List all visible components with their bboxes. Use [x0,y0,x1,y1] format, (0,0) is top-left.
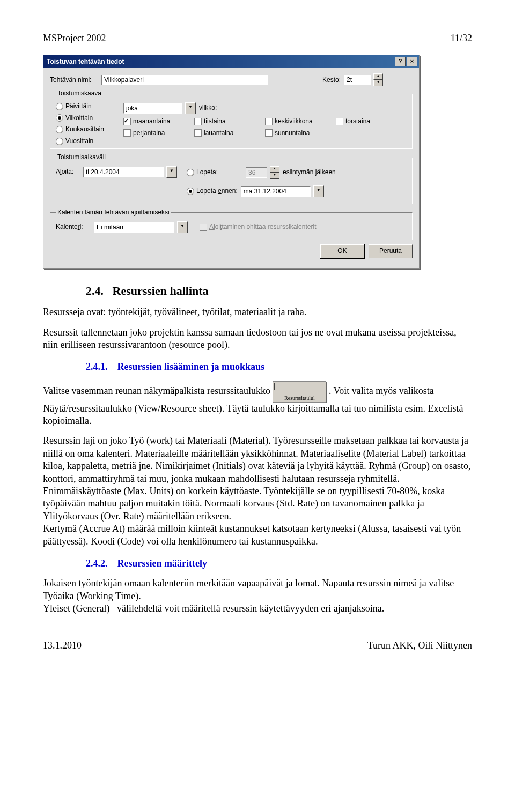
duration-input[interactable] [344,75,371,85]
help-icon[interactable]: ? [395,57,406,66]
header-left: MSProject 2002 [43,32,106,44]
calendar-label: Kalenteri: [56,223,91,232]
header-right: 11/32 [451,32,472,44]
recurrence-pattern-group: Toistumiskaava Päivittäin Viikoittain Ku… [50,90,413,149]
radio-end-by[interactable]: Lopeta ennen: [187,187,238,196]
paragraph: Jokaisen työntekijän omaan kalenteriin m… [43,577,472,602]
duration-label: Kesto: [322,76,341,85]
spin-down-icon[interactable]: ▼ [373,80,383,86]
dialog-title: Toistuvan tehtävän tiedot [47,58,124,66]
header-underline [43,48,472,48]
calendar-legend: Kalenteri tämän tehtävän ajoittamiseksi [56,208,171,217]
calendar-select[interactable] [94,222,174,233]
radio-end-after[interactable]: Lopeta: [187,168,218,177]
check-tue[interactable]: tiistaina [194,117,265,126]
spin-down-icon: ▼ [270,173,279,179]
paragraph: Resurssit tallennetaan joko projektin ka… [43,326,472,352]
paragraph: Kertymä (Accrue At) määrää milloin kiint… [43,523,472,548]
page-header: MSProject 2002 11/32 [43,32,472,44]
task-name-label: Tehtävän nimi: [50,76,98,85]
radio-yearly[interactable]: Vuosittain [56,137,115,146]
dropdown-icon[interactable]: ▼ [313,185,324,197]
task-name-input[interactable] [101,75,268,85]
paragraph: Resurssin laji on joko Työ (work) tai Ma… [43,435,472,485]
spin-up-icon: ▲ [270,166,279,173]
recurrence-range-group: Toistumisaikaväli Aloita: ▼ Lopeta: ▲ ▼ [50,153,413,204]
pattern-legend: Toistumiskaava [56,90,103,98]
heading-2-4: 2.4. Resurssien hallinta [86,284,472,299]
end-date-input[interactable] [241,186,311,197]
heading-2-4-2: 2.4.2. Resurssien määrittely [86,557,472,570]
recurring-task-dialog: Toistuvan tehtävän tiedot ? × Tehtävän n… [43,55,420,268]
ok-button[interactable]: OK [320,244,364,258]
page-footer: 13.1.2010 Turun AKK, Oili Niittynen [43,637,472,652]
dropdown-icon[interactable]: ▼ [166,166,177,178]
occurrences-suffix: esiintymän jälkeen [283,168,336,177]
paragraph: Valitse vasemman reunan näkymäpalkista r… [43,381,472,428]
radio-weekly[interactable]: Viikoittain [56,114,115,123]
grid-icon [274,383,275,390]
start-label: Aloita: [56,168,80,176]
close-icon[interactable]: × [407,57,417,66]
occurrences-input [246,167,267,178]
dropdown-icon[interactable]: ▼ [177,221,188,233]
spin-up-icon[interactable]: ▲ [373,73,383,80]
check-scheduling-ignores: Ajoittaminen ohittaa resurssikalenterit [200,223,316,232]
check-fri[interactable]: perjantaina [123,129,194,138]
check-wed[interactable]: keskiviikkona [265,117,336,126]
radio-daily[interactable]: Päivittäin [56,102,115,111]
check-sat[interactable]: lauantaina [194,129,265,138]
dropdown-icon[interactable]: ▼ [185,102,196,114]
week-label: viikko: [199,104,217,113]
paragraph: Enimmäiskäyttöaste (Max. Units) on korke… [43,485,472,523]
footer-author: Turun AKK, Oili Niittynen [367,639,472,652]
check-thu[interactable]: torstaina [336,117,407,126]
duration-spinner[interactable]: ▲ ▼ [373,73,383,86]
occurrences-spinner: ▲ ▼ [270,166,279,179]
every-input[interactable] [123,103,182,114]
range-legend: Toistumisaikaväli [56,153,107,162]
paragraph: Yleiset (General) –välilehdeltä voit mää… [43,602,472,615]
paragraph: Resursseja ovat: työntekijät, työvälinee… [43,306,472,318]
resource-sheet-icon: Resurssitaulul [273,381,326,403]
radio-monthly[interactable]: Kuukausittain [56,125,115,134]
check-sun[interactable]: sunnuntaina [265,129,336,138]
cancel-button[interactable]: Peruuta [369,244,413,258]
start-date-input[interactable] [83,167,164,177]
check-mon[interactable]: maanantaina [123,117,194,126]
dialog-titlebar: Toistuvan tehtävän tiedot ? × [43,55,419,68]
calendar-group: Kalenteri tämän tehtävän ajoittamiseksi … [50,208,413,240]
footer-date: 13.1.2010 [43,639,82,652]
heading-2-4-1: 2.4.1. Resurssien lisääminen ja muokkaus [86,361,472,373]
